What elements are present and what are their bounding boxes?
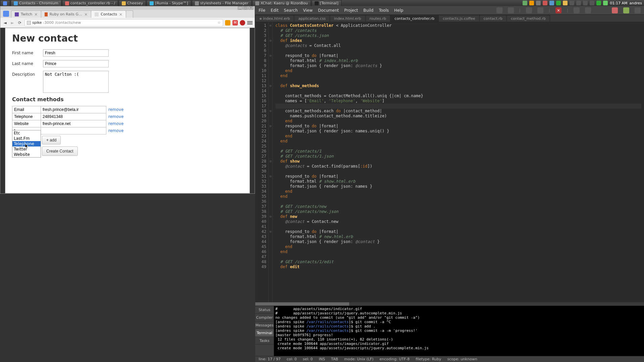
browser-menu-button[interactable] [247,20,253,25]
taskbar-item-xchat[interactable]: XChat: Kaeru @ RizonBou [252,0,311,6]
remove-link[interactable]: remove [108,128,124,133]
tray-icon[interactable] [590,1,594,5]
menu-build[interactable]: Build [363,8,373,13]
toolbar-icon[interactable] [574,7,580,13]
tray-icon[interactable] [603,1,608,5]
tray-icon[interactable] [536,1,541,5]
tray-icon[interactable] [549,1,554,5]
taskbar-item-cheesey[interactable]: Cheesey [119,0,146,6]
panel-tab-messages[interactable]: Messages [255,321,274,329]
toolbar-icon[interactable] [496,7,502,13]
fold-gutter[interactable]: ⊟⊟⊟⊟⊟⊟⊟⊟⊟⊟ [269,22,273,302]
browser-tab-contacts[interactable]: Contacts × [91,10,126,18]
minimize-button[interactable]: _ [238,6,243,10]
tray-icon[interactable] [556,1,561,5]
remove-link[interactable]: remove [108,114,124,119]
close-icon[interactable]: × [119,12,122,17]
method-value-input[interactable] [41,120,106,127]
browser-tab-rails[interactable]: Ruby on Rails Guides: Ge × [41,10,91,18]
code-content[interactable]: class ContactsController < ApplicationCo… [273,22,644,302]
method-type-input[interactable] [12,113,41,120]
extension-icon[interactable] [225,20,230,25]
taskbar-item-editor[interactable]: contacts_controller.rb - / [62,0,118,6]
gmail-icon[interactable]: M [232,20,238,25]
taskbar-item-terminal[interactable]: [Terminal] [312,0,341,6]
browser-tabstrip: Twitch × Ruby on Rails Guides: Ge × Cont… [0,10,255,18]
tray-icon[interactable] [563,1,568,5]
method-value-input[interactable] [41,127,106,134]
browser-tab-twitch[interactable]: Twitch × [11,10,41,18]
extension-icon[interactable] [240,20,245,25]
app-menu-button[interactable] [0,0,10,6]
create-contact-button[interactable]: Create Contact [42,146,78,156]
scrollbar-thumb[interactable] [255,302,349,306]
tray-icon[interactable] [529,1,534,5]
file-tab[interactable]: routes.rb [365,15,391,22]
autocomplete-option[interactable]: Last.Fm [12,136,41,141]
back-button[interactable]: ◄ [2,20,8,25]
toolbar-icon[interactable] [508,7,514,13]
tray-icon[interactable] [543,1,547,5]
code-editor[interactable]: 1234567891011121314151617181920212223242… [255,22,644,302]
file-tab-active[interactable]: contacts_controller.rb [390,15,439,22]
close-icon[interactable]: × [34,12,38,17]
panel-tab-compiler[interactable]: Compiler [255,314,274,321]
file-tab[interactable]: contact.rb [479,15,507,22]
menu-edit[interactable]: Edit [271,8,278,13]
toolbar-icon[interactable] [612,7,618,13]
autocomplete-option[interactable]: Website [12,152,41,157]
bookmark-icon[interactable]: ☆ [217,20,221,25]
tray-icon[interactable] [576,1,581,5]
file-tab[interactable]: index.html.erb [330,15,365,22]
tray-icon[interactable] [523,1,527,5]
taskbar-item-chromium[interactable]: Contacts - Chromium [11,0,61,6]
maximize-button[interactable]: □ [243,6,248,10]
new-tab-button[interactable] [126,10,133,18]
tray-icon[interactable] [596,1,601,5]
taskbar-item-filemanager[interactable]: stylesheets - File Manager [192,0,252,6]
file-tab[interactable]: contacts.js.coffee [438,15,480,22]
first-name-input[interactable] [43,49,109,57]
tray-icon[interactable] [570,1,574,5]
remove-link[interactable]: remove [108,121,124,126]
tray-icon[interactable] [583,1,588,5]
close-button[interactable]: × [249,6,253,10]
method-value-input[interactable] [41,106,106,113]
menu-document[interactable]: Document [318,8,339,13]
reload-button[interactable]: ⟳ [17,20,22,25]
method-value-input[interactable] [41,113,106,120]
remove-link[interactable]: remove [108,107,124,112]
toolbar-icon[interactable] [537,7,543,13]
menu-search[interactable]: Search [284,8,298,13]
toolbar-icon[interactable] [635,7,641,13]
terminal-panel[interactable]: # app/assets/images/indicator.gif# app/a… [274,306,644,356]
add-method-button[interactable]: + add [42,136,61,144]
toolbar-icon[interactable] [585,7,591,13]
taskbar-item-skype[interactable]: [Rumia - Skype™] [147,0,191,6]
forward-button[interactable]: ► [10,20,15,25]
page-title: New contact [12,33,243,44]
horizontal-scrollbar[interactable] [255,302,644,306]
menu-help[interactable]: Help [394,8,403,13]
toolbar-icon[interactable] [623,7,629,13]
panel-tab-status[interactable]: Status [255,306,274,314]
toolbar-icon[interactable]: × [555,7,561,13]
address-bar[interactable]: spike:3000/contacts/new ☆ [24,19,223,26]
panel-tab-tasks[interactable]: Tasks [255,337,274,345]
toolbar-icon[interactable] [526,7,532,13]
method-type-input[interactable] [12,106,41,113]
panel-tab-terminal[interactable]: Terminal [255,329,274,337]
menu-project[interactable]: Project [344,8,358,13]
last-name-input[interactable] [43,60,109,67]
file-tab[interactable]: index.html.erb [255,15,294,22]
method-type-input[interactable] [12,120,41,127]
file-tab[interactable]: application.css [294,15,330,22]
window-titlebar[interactable]: _ □ × [0,6,255,10]
autocomplete-option[interactable]: Etc [12,130,41,136]
menu-tools[interactable]: Tools [379,8,389,13]
menu-view[interactable]: View [303,8,313,13]
description-textarea[interactable]: Not Carlton :( [43,71,109,93]
file-tab[interactable]: contact_method.rb [506,15,550,22]
menu-file[interactable]: File [259,8,265,13]
close-icon[interactable]: × [84,12,88,17]
